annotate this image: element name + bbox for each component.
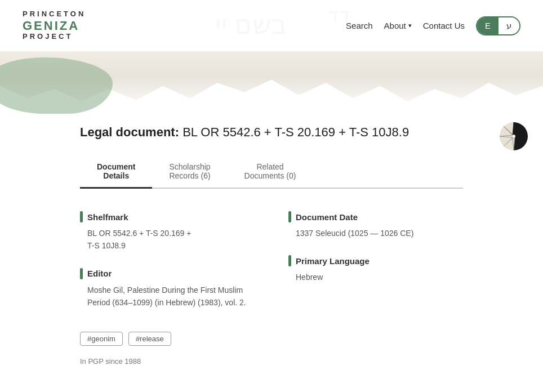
- tag-geonim[interactable]: #geonim: [80, 332, 123, 346]
- primary-language-section: Primary Language Hebrew: [288, 255, 463, 283]
- lang-he-button[interactable]: ע: [499, 17, 519, 34]
- title-value: BL OR 5542.6 + T-S 20.169 + T-S 10J8.9: [183, 125, 409, 139]
- pgp-note: In PGP since 1988: [80, 357, 463, 366]
- logo-line2: GENIZA: [23, 19, 86, 33]
- contact-nav-link[interactable]: Contact Us: [423, 21, 465, 30]
- document-fields: Shelfmark BL OR 5542.6 + T-S 20.169 +T-S…: [80, 211, 463, 309]
- document-date-section: Document Date 1337 Seleucid (1025 — 1026…: [288, 211, 463, 239]
- tab-document-details[interactable]: Document Details: [80, 157, 152, 189]
- primary-language-label: Primary Language: [296, 256, 370, 266]
- language-toggle: E ע: [476, 16, 520, 35]
- logo-line3: PROJECT: [23, 33, 86, 41]
- compass-rose-icon: [497, 119, 531, 153]
- shelfmark-label: Shelfmark: [87, 212, 128, 222]
- decorative-header: [0, 52, 543, 114]
- primary-language-indicator: [288, 255, 291, 266]
- shelfmark-section: Shelfmark BL OR 5542.6 + T-S 20.169 +T-S…: [80, 211, 255, 252]
- document-title: Legal document: BL OR 5542.6 + T-S 20.16…: [80, 125, 463, 140]
- document-date-indicator: [288, 211, 291, 222]
- contact-nav-label: Contact Us: [423, 21, 465, 30]
- editor-value: Moshe Gil, Palestine During the First Mu…: [80, 284, 255, 309]
- title-prefix: Legal document:: [80, 125, 179, 139]
- svg-point-8: [512, 135, 515, 138]
- tag-release[interactable]: #release: [128, 332, 171, 346]
- about-nav-label: About: [384, 21, 406, 30]
- site-logo[interactable]: PRINCETON GENIZA PROJECT: [23, 10, 86, 41]
- editor-indicator: [80, 268, 83, 279]
- search-nav-label: Search: [346, 21, 373, 30]
- logo-line1: PRINCETON: [23, 10, 86, 19]
- lang-en-button[interactable]: E: [477, 17, 499, 34]
- tab-bar: Document Details Scholarship Records (6)…: [80, 157, 463, 189]
- search-nav-link[interactable]: Search: [346, 21, 373, 30]
- editor-section: Editor Moshe Gil, Palestine During the F…: [80, 268, 255, 309]
- document-date-label: Document Date: [296, 212, 358, 222]
- shelfmark-value: BL OR 5542.6 + T-S 20.169 +T-S 10J8.9: [80, 227, 255, 252]
- shelfmark-indicator: [80, 211, 83, 222]
- chevron-down-icon: ▾: [408, 22, 412, 29]
- about-nav-link[interactable]: About ▾: [384, 21, 412, 30]
- document-date-value: 1337 Seleucid (1025 — 1026 CE): [288, 227, 463, 239]
- primary-language-value: Hebrew: [288, 271, 463, 283]
- tab-related-documents[interactable]: Related Documents (0): [228, 157, 313, 189]
- tags-container: #geonim #release: [80, 332, 463, 346]
- editor-label: Editor: [87, 269, 112, 278]
- tab-scholarship-records[interactable]: Scholarship Records (6): [152, 157, 227, 189]
